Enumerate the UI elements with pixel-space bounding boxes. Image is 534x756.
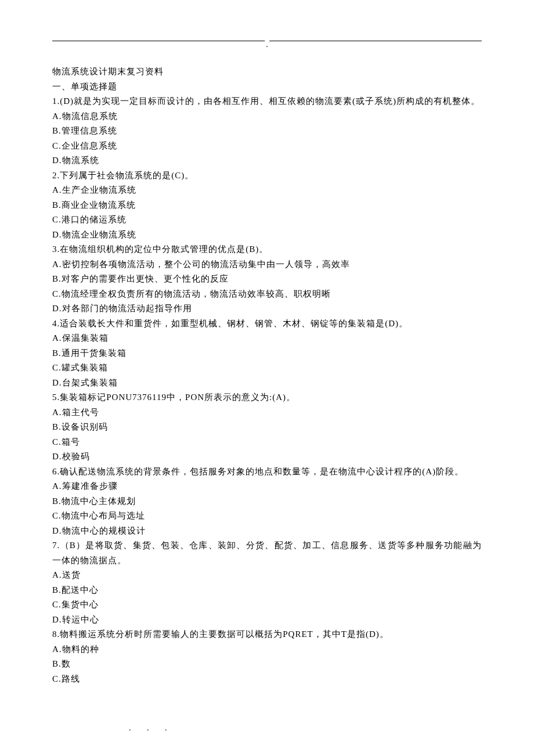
option: B.配送中心 (52, 583, 482, 598)
option: D.物流系统 (52, 153, 482, 168)
question-stem: 8.物料搬运系统分析时所需要输人的主要数据可以概括为PQRET，其中T是指(D)… (52, 627, 482, 642)
option: C.物流中心布局与选址 (52, 509, 482, 524)
option: A.保温集装箱 (52, 331, 482, 346)
option: B.管理信息系统 (52, 124, 482, 139)
option: C.企业信息系统 (52, 139, 482, 154)
option: C.路线 (52, 672, 482, 687)
option: A.送货 (52, 568, 482, 583)
question-stem: 7.（B）是将取货、集货、包装、仓库、装卸、分货、配货、加工、信息服务、送货等多… (52, 538, 482, 568)
option: D.物流企业物流系统 (52, 228, 482, 243)
question-stem: 6.确认配送物流系统的背景条件，包括服务对象的地点和数量等，是在物流中心设计程序… (52, 465, 482, 480)
option: A.箱主代号 (52, 405, 482, 420)
option: D.校验码 (52, 449, 482, 465)
option: B.对客户的需要作出更快、更个性化的反应 (52, 272, 482, 287)
option: C.罐式集装箱 (52, 361, 482, 376)
option: D.台架式集装箱 (52, 376, 482, 391)
question-stem: 5.集装箱标记PONU7376119中，PON所表示的意义为:(A)。 (52, 390, 482, 405)
section-heading: 一、单项选择题 (52, 80, 482, 95)
footer-mark: . . . (129, 721, 174, 735)
option: B.物流中心主体规划 (52, 494, 482, 509)
header-mark: . (265, 38, 269, 52)
header-rule: . (52, 41, 482, 41)
question-stem: 2.下列属于社会物流系统的是(C)。 (52, 168, 482, 183)
question-stem: 1.(D)就是为实现一定目标而设计的，由各相互作用、相互依赖的物流要素(或子系统… (52, 94, 482, 109)
option: D.物流中心的规模设计 (52, 524, 482, 539)
option: A.密切控制各项物流活动，整个公司的物流活动集中由一人领导，高效率 (52, 257, 482, 272)
option: C.集货中心 (52, 597, 482, 613)
option: C.物流经理全权负责所有的物流活动，物流活动效率较高、职权明晰 (52, 287, 482, 302)
document-content: 物流系统设计期末复习资料 一、单项选择题 1.(D)就是为实现一定目标而设计的，… (52, 64, 482, 686)
option: A.筹建准备步骤 (52, 479, 482, 494)
title: 物流系统设计期末复习资料 (52, 64, 482, 80)
document-page: . 物流系统设计期末复习资料 一、单项选择题 1.(D)就是为实现一定目标而设计… (0, 0, 534, 710)
option: B.数 (52, 657, 482, 672)
option: C.箱号 (52, 435, 482, 450)
option: D.对各部门的物流活动起指导作用 (52, 301, 482, 316)
option: B.通用干货集装箱 (52, 346, 482, 361)
option: B.设备识别码 (52, 420, 482, 435)
option: B.商业企业物流系统 (52, 198, 482, 213)
option: A.生产企业物流系统 (52, 183, 482, 198)
question-stem: 3.在物流组织机构的定位中分散式管理的优点是(B)。 (52, 242, 482, 257)
option: D.转运中心 (52, 613, 482, 628)
option: C.港口的储运系统 (52, 213, 482, 228)
option: A.物料的种 (52, 642, 482, 657)
question-stem: 4.适合装载长大件和重货件，如重型机械、钢材、钢管、木材、钢锭等的集装箱是(D)… (52, 316, 482, 332)
option: A.物流信息系统 (52, 109, 482, 124)
